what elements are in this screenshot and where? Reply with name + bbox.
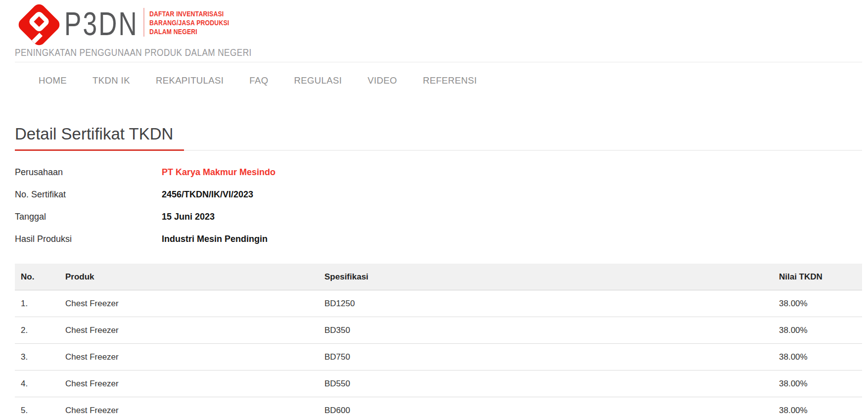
table-row: 5. Chest Freezer BD600 38.00% (15, 397, 862, 419)
cell-nilai-tkdn: 38.00% (773, 371, 862, 397)
products-table: No. Produk Spesifikasi Nilai TKDN 1. Che… (15, 264, 862, 419)
site-header: P3DN DAFTAR INVENTARISASI BARANG/JASA PR… (15, 0, 862, 62)
col-header-nilai-tkdn: Nilai TKDN (773, 264, 862, 290)
col-header-spesifikasi: Spesifikasi (319, 264, 773, 290)
cell-spesifikasi: BD350 (319, 317, 773, 344)
nav-item-faq[interactable]: FAQ (249, 75, 268, 86)
brand-subtitle: DAFTAR INVENTARISASI BARANG/JASA PRODUKS… (149, 9, 229, 36)
detail-row-no-sertifikat: No. Sertifikat 2456/TKDN/IK/VI/2023 (15, 189, 862, 200)
production-result-value: Industri Mesin Pendingin (162, 233, 268, 244)
brand-separator (143, 8, 144, 37)
nav-item-referensi[interactable]: REFERENSI (423, 75, 477, 86)
main-nav: HOME TKDN IK REKAPITULASI FAQ REGULASI V… (15, 62, 862, 98)
company-name-value: PT Karya Makmur Mesindo (162, 167, 275, 178)
cell-no: 3. (15, 344, 59, 371)
page-title-rule: Detail Sertifikat TKDN (15, 125, 862, 151)
cell-produk: Chest Freezer (59, 344, 319, 371)
page: P3DN DAFTAR INVENTARISASI BARANG/JASA PR… (0, 0, 868, 419)
cell-nilai-tkdn: 38.00% (773, 317, 862, 344)
cell-produk: Chest Freezer (59, 290, 319, 317)
p3dn-diamond-icon (15, 4, 64, 46)
certificate-details: Perusahaan PT Karya Makmur Mesindo No. S… (15, 167, 862, 244)
brand-subtitle-line1: DAFTAR INVENTARISASI (149, 9, 229, 18)
col-header-produk: Produk (59, 264, 319, 290)
logo-stem-shape (32, 33, 43, 44)
table-row: 3. Chest Freezer BD750 38.00% (15, 344, 862, 371)
detail-label: Perusahaan (15, 167, 162, 178)
logo-diamond-shape (16, 1, 62, 47)
detail-label: Tanggal (15, 211, 162, 222)
detail-row-hasil-produksi: Hasil Produksi Industri Mesin Pendingin (15, 233, 862, 244)
cell-no: 2. (15, 317, 59, 344)
cell-nilai-tkdn: 38.00% (773, 397, 862, 419)
brand-tagline: PENINGKATAN PENGGUNAAN PRODUK DALAM NEGE… (15, 47, 710, 58)
page-title: Detail Sertifikat TKDN (15, 125, 184, 151)
table-row: 1. Chest Freezer BD1250 38.00% (15, 290, 862, 317)
nav-item-regulasi[interactable]: REGULASI (294, 75, 342, 86)
table-row: 4. Chest Freezer BD550 38.00% (15, 371, 862, 397)
table-header-row: No. Produk Spesifikasi Nilai TKDN (15, 264, 862, 290)
detail-row-tanggal: Tanggal 15 Juni 2023 (15, 211, 862, 222)
cell-no: 5. (15, 397, 59, 419)
cell-spesifikasi: BD600 (319, 397, 773, 419)
brand-subtitle-line3: DALAM NEGERI (149, 27, 229, 36)
cell-spesifikasi: BD1250 (319, 290, 773, 317)
cell-produk: Chest Freezer (59, 371, 319, 397)
cell-no: 1. (15, 290, 59, 317)
cell-produk: Chest Freezer (59, 397, 319, 419)
nav-item-home[interactable]: HOME (39, 75, 67, 86)
brand-wordmark: P3DN (64, 4, 126, 44)
cell-spesifikasi: BD550 (319, 371, 773, 397)
certificate-number-value: 2456/TKDN/IK/VI/2023 (162, 189, 253, 200)
brand-row: P3DN DAFTAR INVENTARISASI BARANG/JASA PR… (15, 0, 862, 44)
nav-item-rekapitulasi[interactable]: REKAPITULASI (156, 75, 224, 86)
detail-label: No. Sertifikat (15, 189, 162, 200)
logo-ring-shape (28, 10, 51, 33)
cell-nilai-tkdn: 38.00% (773, 290, 862, 317)
cell-nilai-tkdn: 38.00% (773, 344, 862, 371)
detail-row-perusahaan: Perusahaan PT Karya Makmur Mesindo (15, 167, 862, 178)
date-value: 15 Juni 2023 (162, 211, 215, 222)
nav-item-tkdn-ik[interactable]: TKDN IK (92, 75, 130, 86)
brand-subtitle-line2: BARANG/JASA PRODUKSI (149, 18, 229, 27)
detail-label: Hasil Produksi (15, 233, 162, 244)
cell-produk: Chest Freezer (59, 317, 319, 344)
col-header-no: No. (15, 264, 59, 290)
cell-no: 4. (15, 371, 59, 397)
nav-item-video[interactable]: VIDEO (367, 75, 397, 86)
cell-spesifikasi: BD750 (319, 344, 773, 371)
table-row: 2. Chest Freezer BD350 38.00% (15, 317, 862, 344)
